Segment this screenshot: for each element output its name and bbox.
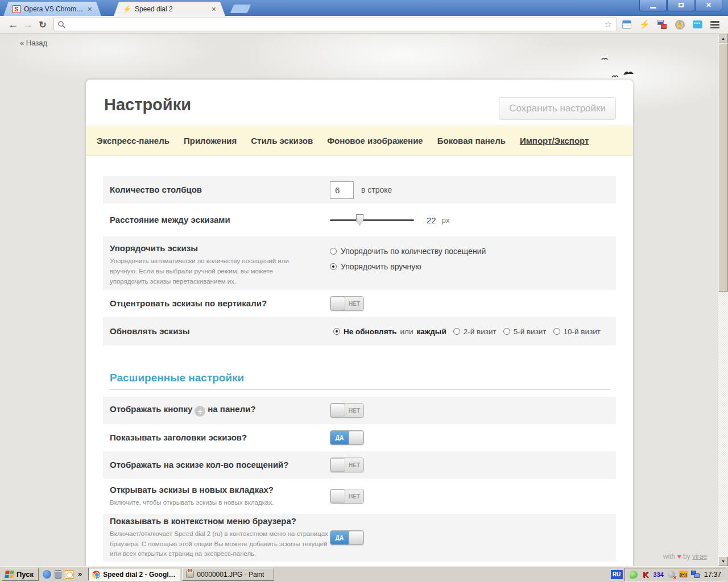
back-button[interactable]: ← <box>6 19 20 31</box>
settings-nav: Экспресс-панель Приложения Стиль эскизов… <box>86 126 633 156</box>
vertical-scrollbar[interactable]: ▲ ▼ <box>718 34 728 566</box>
toggle-knob[interactable] <box>330 297 345 310</box>
nav-sidebar[interactable]: Боковая панель <box>437 136 506 146</box>
show-titles-toggle[interactable]: ДА <box>330 430 364 445</box>
nav-apps[interactable]: Приложения <box>184 136 237 146</box>
close-button[interactable]: ✕ <box>695 0 722 11</box>
setting-label: Обновлять эскизы <box>110 326 190 336</box>
slider-handle[interactable] <box>356 214 363 226</box>
new-tab-button[interactable] <box>230 5 251 13</box>
order-by-visits-option[interactable]: Упорядочить по количеству посещений <box>330 247 486 256</box>
windows-logo-icon <box>5 571 14 578</box>
quick-launch-browser-icon[interactable] <box>43 570 51 579</box>
translate-extension-icon[interactable] <box>657 19 667 30</box>
quick-launch-clock-icon[interactable] <box>65 570 73 579</box>
radio-icon[interactable] <box>330 248 337 255</box>
task-title: 00000001.JPG - Paint <box>197 571 264 579</box>
start-button[interactable]: Пуск <box>2 568 39 581</box>
quick-launch-device-icon[interactable] <box>55 570 61 579</box>
setting-label: Открывать эскизы в новых вкладках? <box>110 485 324 494</box>
tray-kaspersky-icon[interactable]: K <box>642 570 650 579</box>
setting-label: Отображать кнопку <box>110 404 192 414</box>
context-menu-toggle[interactable]: ДА <box>330 530 364 545</box>
radio-icon[interactable] <box>553 328 560 335</box>
language-indicator[interactable]: RU <box>611 570 623 579</box>
calendar-extension-icon[interactable] <box>622 19 632 30</box>
option-label: Упорядочить по количеству посещений <box>341 247 486 256</box>
extension-icons: ⚡ ✋ ••• <box>622 19 720 30</box>
bird-icon <box>611 74 619 78</box>
nav-thumb-style[interactable]: Стиль эскизов <box>251 136 313 146</box>
search-icon <box>57 20 65 28</box>
toggle-knob[interactable] <box>330 404 345 417</box>
scroll-up-button[interactable]: ▲ <box>718 34 728 43</box>
tab-strip: S Opera VS Chrome. Обновле × ⚡ Speed dia… <box>3 2 249 16</box>
center-vertical-toggle[interactable]: НЕТ <box>330 296 364 311</box>
setting-description: Включает/отключает Speed dial 2 (ru) в к… <box>110 529 329 559</box>
tab-speed-dial[interactable]: ⚡ Speed dial 2 × <box>114 2 225 16</box>
setting-label: Расстояние между эскизами <box>110 215 230 225</box>
scroll-down-button[interactable]: ▼ <box>718 556 728 566</box>
radio-icon[interactable] <box>453 328 460 335</box>
nav-import-export[interactable]: Импорт/Экспорт <box>520 136 589 146</box>
quick-launch-overflow-chevron[interactable]: » <box>77 569 84 579</box>
address-bar[interactable]: ☆ <box>53 18 617 31</box>
toggle-knob[interactable] <box>330 489 345 503</box>
address-input[interactable] <box>69 20 603 29</box>
save-settings-button[interactable]: Сохранить настройки <box>499 97 616 120</box>
nav-background[interactable]: Фоновое изображение <box>327 136 423 146</box>
columns-count-input[interactable] <box>330 181 354 199</box>
restore-button[interactable] <box>667 0 694 11</box>
tab-close-icon[interactable]: × <box>88 5 92 13</box>
tray-signal-icon[interactable]: ((•)) <box>679 570 688 579</box>
author-link[interactable]: virae <box>692 552 707 560</box>
row-center-vertical: Отцентровать эскизы по вертикали? НЕТ <box>103 290 616 317</box>
radio-icon[interactable] <box>503 328 510 335</box>
bookmark-star-icon[interactable]: ☆ <box>603 19 613 30</box>
tray-messenger-icon[interactable] <box>630 570 638 579</box>
window-controls: ✕ <box>639 0 722 11</box>
visit-count-toggle[interactable]: НЕТ <box>330 458 364 472</box>
order-manual-option[interactable]: Упорядочить вручную <box>330 262 486 271</box>
task-button-chrome[interactable]: Speed dial 2 - Google ... <box>88 568 180 581</box>
nav-express-panel[interactable]: Экспресс-панель <box>97 136 169 146</box>
task-button-paint[interactable]: 00000001.JPG - Paint <box>182 568 274 581</box>
chat-extension-icon[interactable]: ••• <box>692 19 702 30</box>
radio-checked-icon[interactable] <box>333 328 340 335</box>
setting-label: Отображать на эскизе кол-во посещений? <box>110 460 289 469</box>
tab-close-icon[interactable]: × <box>212 5 216 13</box>
tray-network-error-icon[interactable] <box>667 570 676 579</box>
setting-label: Упорядочить эскизы <box>110 243 324 253</box>
radio-checked-icon[interactable] <box>330 263 337 270</box>
forward-button[interactable]: → <box>20 19 35 31</box>
row-context-menu: Показывать в контекстном меню браузера? … <box>103 514 616 562</box>
lightning-extension-icon[interactable]: ⚡ <box>639 19 650 30</box>
menu-icon[interactable] <box>710 19 720 30</box>
toggle-knob[interactable] <box>349 431 363 444</box>
hand-stop-extension-icon[interactable]: ✋ <box>675 19 685 30</box>
scrollbar-thumb[interactable] <box>718 43 728 292</box>
toggle-state-label: ДА <box>330 531 349 544</box>
setting-label: Показывать в контекстном меню браузера? <box>110 516 324 526</box>
row-show-visit-count: Отображать на эскизе кол-во посещений? Н… <box>103 451 616 479</box>
row-thumb-spacing: Расстояние между эскизами 22 px <box>103 203 616 236</box>
footer-with: with <box>663 552 675 560</box>
spacing-slider[interactable] <box>330 214 414 226</box>
toggle-knob[interactable] <box>349 531 363 544</box>
tab-opera-vs-chrome[interactable]: S Opera VS Chrome. Обновле × <box>3 2 101 16</box>
taskbar: Пуск » Speed dial 2 - Google ... 0000000… <box>0 566 728 582</box>
refresh-5-label: 5-й визит <box>514 327 547 336</box>
advanced-section-header: Расширенные настройки <box>110 372 610 390</box>
minimize-button[interactable] <box>639 0 667 11</box>
back-link[interactable]: « Назад <box>20 39 47 47</box>
toggle-state-label: НЕТ <box>345 458 363 472</box>
show-plus-toggle[interactable]: НЕТ <box>330 403 364 418</box>
refresh-10-label: 10-й визит <box>564 327 601 336</box>
open-new-tabs-toggle[interactable]: НЕТ <box>330 489 364 504</box>
heart-icon: ♥ <box>677 552 681 560</box>
toggle-knob[interactable] <box>330 458 345 472</box>
reload-button[interactable]: ↻ <box>35 19 50 30</box>
minimize-icon <box>650 7 656 9</box>
site-favicon: S <box>13 5 20 13</box>
tray-network-icon[interactable] <box>691 570 700 579</box>
